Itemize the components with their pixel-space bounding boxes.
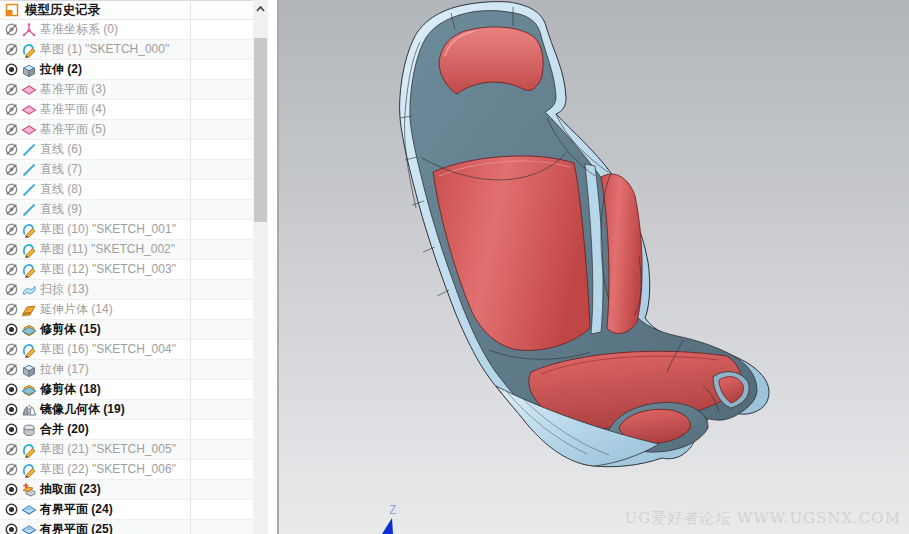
hidden-eye-icon[interactable] xyxy=(3,222,20,238)
backrest-cushion[interactable] xyxy=(433,156,590,351)
scrollbar-up-arrow-icon[interactable] xyxy=(253,0,268,17)
tree-item-label: 草图 (21) "SKETCH_005" xyxy=(40,441,176,458)
tree-item-label: 有界平面 (24) xyxy=(40,501,113,518)
extract-face-icon xyxy=(20,482,37,498)
tree-item-label: 拉伸 (2) xyxy=(40,61,82,78)
tree-item[interactable]: 直线 (6) xyxy=(0,140,253,160)
hidden-eye-icon[interactable] xyxy=(3,102,20,118)
panel-title: 模型历史记录 xyxy=(25,2,100,19)
tree-column-divider xyxy=(190,0,191,534)
tree-item-label: 扫掠 (13) xyxy=(40,281,89,298)
hidden-eye-icon[interactable] xyxy=(3,42,20,58)
visible-eye-icon[interactable] xyxy=(3,382,20,398)
hidden-eye-icon[interactable] xyxy=(3,302,20,318)
tree-item-label: 草图 (10) "SKETCH_001" xyxy=(40,221,176,238)
nx-application-window: 模型历史记录 基准坐标系 (0)草图 (1) "SKETCH_000"拉伸 (2… xyxy=(0,0,909,534)
bounded-plane-icon xyxy=(20,502,37,518)
tree-item-label: 延伸片体 (14) xyxy=(40,301,113,318)
panel-header[interactable]: 模型历史记录 xyxy=(0,0,253,20)
hidden-eye-icon[interactable] xyxy=(3,142,20,158)
tree-item[interactable]: 基准平面 (4) xyxy=(0,100,253,120)
tree-item-label: 修剪体 (18) xyxy=(40,381,101,398)
graphics-viewport[interactable]: Z UG爱好者论坛 WWW.UGSNX.COM xyxy=(279,0,909,534)
hidden-eye-icon[interactable] xyxy=(3,242,20,258)
hidden-eye-icon[interactable] xyxy=(3,202,20,218)
scrollbar-thumb[interactable] xyxy=(254,38,267,222)
tree-item[interactable]: 草图 (1) "SKETCH_000" xyxy=(0,40,253,60)
tree-item[interactable]: 草图 (12) "SKETCH_003" xyxy=(0,260,253,280)
unite-icon xyxy=(20,422,37,438)
datum-plane-icon xyxy=(20,122,37,138)
tree-item[interactable]: 拉伸 (2) xyxy=(0,60,253,80)
tree-item[interactable]: 草图 (10) "SKETCH_001" xyxy=(0,220,253,240)
hidden-eye-icon[interactable] xyxy=(3,162,20,178)
hidden-eye-icon[interactable] xyxy=(3,462,20,478)
tree-item[interactable]: 有界平面 (24) xyxy=(0,500,253,520)
tree-item[interactable]: 抽取面 (23) xyxy=(0,480,253,500)
hidden-eye-icon[interactable] xyxy=(3,342,20,358)
tree-item[interactable]: 草图 (11) "SKETCH_002" xyxy=(0,240,253,260)
extrude-icon xyxy=(20,362,37,378)
hidden-eye-icon[interactable] xyxy=(3,122,20,138)
visible-eye-icon[interactable] xyxy=(3,502,20,518)
tree-item[interactable]: 延伸片体 (14) xyxy=(0,300,253,320)
visible-eye-icon[interactable] xyxy=(3,522,20,534)
visible-eye-icon[interactable] xyxy=(3,482,20,498)
tree-item[interactable]: 有界平面 (25) xyxy=(0,520,253,534)
tree-item-label: 修剪体 (15) xyxy=(40,321,101,338)
tree-item-label: 直线 (6) xyxy=(40,141,82,158)
tree-item-label: 基准平面 (5) xyxy=(40,121,106,138)
hidden-eye-icon[interactable] xyxy=(3,82,20,98)
watermark-text: UG爱好者论坛 WWW.UGSNX.COM xyxy=(625,509,901,528)
tree-item-label: 合并 (20) xyxy=(40,421,89,438)
seat-3d-model[interactable] xyxy=(279,0,909,534)
visible-eye-icon[interactable] xyxy=(3,422,20,438)
hidden-eye-icon[interactable] xyxy=(3,262,20,278)
tree-item-label: 直线 (8) xyxy=(40,181,82,198)
tree-item[interactable]: 草图 (22) "SKETCH_006" xyxy=(0,460,253,480)
tree-item[interactable]: 草图 (21) "SKETCH_005" xyxy=(0,440,253,460)
wcs-z-axis-label: Z xyxy=(389,503,396,517)
seat-geometry[interactable] xyxy=(400,2,769,467)
tree-item[interactable]: 直线 (9) xyxy=(0,200,253,220)
tree-item-label: 草图 (11) "SKETCH_002" xyxy=(40,241,175,258)
sketch-icon xyxy=(20,42,37,58)
wcs-z-axis-arrow-icon[interactable] xyxy=(380,518,396,534)
hidden-eye-icon[interactable] xyxy=(3,362,20,378)
tree-item[interactable]: 基准平面 (5) xyxy=(0,120,253,140)
tree-item[interactable]: 直线 (7) xyxy=(0,160,253,180)
hidden-eye-icon[interactable] xyxy=(3,182,20,198)
tree-item[interactable]: 扫掠 (13) xyxy=(0,280,253,300)
tree-scrollbar[interactable] xyxy=(253,0,268,534)
sketch-icon xyxy=(20,242,37,258)
panel-gap xyxy=(268,0,277,534)
hidden-eye-icon[interactable] xyxy=(3,22,20,38)
hidden-eye-icon[interactable] xyxy=(3,442,20,458)
tree-item[interactable]: 镜像几何体 (19) xyxy=(0,400,253,420)
sketch-icon xyxy=(20,342,37,358)
tree-item-label: 镜像几何体 (19) xyxy=(40,401,125,418)
hidden-eye-icon[interactable] xyxy=(3,282,20,298)
tree-item-label: 基准坐标系 (0) xyxy=(40,21,118,38)
mirror-geometry-icon xyxy=(20,402,37,418)
tree-item[interactable]: 合并 (20) xyxy=(0,420,253,440)
datum-plane-icon xyxy=(20,102,37,118)
tree-item[interactable]: 拉伸 (17) xyxy=(0,360,253,380)
visible-eye-icon[interactable] xyxy=(3,322,20,338)
datum-plane-icon xyxy=(20,82,37,98)
tree-item[interactable]: 基准平面 (3) xyxy=(0,80,253,100)
visible-eye-icon[interactable] xyxy=(3,62,20,78)
tree-item[interactable]: 修剪体 (18) xyxy=(0,380,253,400)
tree-body: 基准坐标系 (0)草图 (1) "SKETCH_000"拉伸 (2)基准平面 (… xyxy=(0,20,253,534)
datum-csys-icon xyxy=(20,22,37,38)
tree-item-label: 基准平面 (3) xyxy=(40,81,106,98)
tree-item[interactable]: 修剪体 (15) xyxy=(0,320,253,340)
tree-item[interactable]: 基准坐标系 (0) xyxy=(0,20,253,40)
tree-item[interactable]: 草图 (16) "SKETCH_004" xyxy=(0,340,253,360)
bounded-plane-icon xyxy=(20,522,37,534)
tree-item[interactable]: 直线 (8) xyxy=(0,180,253,200)
line-icon xyxy=(20,202,37,218)
sweep-icon xyxy=(20,282,37,298)
visible-eye-icon[interactable] xyxy=(3,402,20,418)
sketch-icon xyxy=(20,222,37,238)
